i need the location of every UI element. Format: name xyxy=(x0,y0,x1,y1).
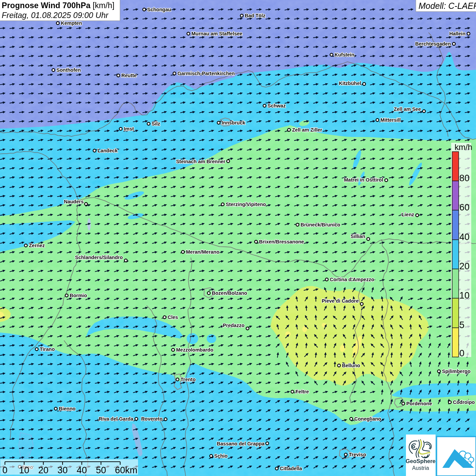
svg-text:0: 0 xyxy=(2,465,7,475)
svg-text:Zell am See: Zell am See xyxy=(394,106,421,112)
svg-text:40: 40 xyxy=(76,465,87,475)
svg-text:Imst: Imst xyxy=(124,126,134,132)
svg-text:Freitag, 01.08.2025 09:00 Uhr: Freitag, 01.08.2025 09:00 Uhr xyxy=(2,11,109,20)
svg-text:Zell am Ziller: Zell am Ziller xyxy=(292,127,322,133)
svg-text:Murnau am Staffelsee: Murnau am Staffelsee xyxy=(191,31,242,36)
svg-text:80: 80 xyxy=(459,173,470,183)
svg-text:Silz: Silz xyxy=(152,121,160,126)
svg-text:Zernez: Zernez xyxy=(29,243,45,248)
svg-text:Pieve di Cadore: Pieve di Cadore xyxy=(322,298,359,304)
svg-text:Brixen/Bressanone: Brixen/Bressanone xyxy=(259,239,304,244)
svg-text:Schwaz: Schwaz xyxy=(268,103,286,108)
svg-text:Kempten: Kempten xyxy=(61,20,82,26)
svg-text:Matrei in Osttirol: Matrei in Osttirol xyxy=(344,177,383,183)
svg-text:Prognose Wind 700hPa [km/h]: Prognose Wind 700hPa [km/h] xyxy=(2,1,114,10)
svg-text:Schongau: Schongau xyxy=(147,7,171,12)
svg-text:Cles: Cles xyxy=(168,314,178,320)
svg-text:30: 30 xyxy=(57,465,68,475)
svg-text:Austria: Austria xyxy=(412,465,429,471)
svg-text:40: 40 xyxy=(459,232,470,242)
svg-text:GeoSphere: GeoSphere xyxy=(406,458,436,464)
svg-text:Landeck: Landeck xyxy=(98,148,118,153)
svg-text:Lienz: Lienz xyxy=(402,212,414,217)
svg-text:Predazzo: Predazzo xyxy=(223,323,244,328)
svg-text:Sonthofen: Sonthofen xyxy=(56,67,81,73)
svg-text:10: 10 xyxy=(19,465,29,475)
svg-text:Bassano del Grappa: Bassano del Grappa xyxy=(217,441,265,446)
svg-text:Innsbruck: Innsbruck xyxy=(222,120,245,125)
svg-text:10: 10 xyxy=(459,290,470,301)
svg-text:5: 5 xyxy=(459,320,464,330)
svg-text:Garmisch-Partenkirchen: Garmisch-Partenkirchen xyxy=(177,71,235,76)
svg-text:20: 20 xyxy=(38,465,48,475)
svg-text:Meran/Merano: Meran/Merano xyxy=(186,249,219,255)
svg-text:Berchtesgaden: Berchtesgaden xyxy=(415,41,451,47)
svg-text:km/h: km/h xyxy=(455,142,472,152)
svg-text:Reutte: Reutte xyxy=(121,73,137,78)
svg-text:Modell: C-LAEF: Modell: C-LAEF xyxy=(419,1,476,11)
svg-text:Schio: Schio xyxy=(214,453,228,459)
svg-text:Treviso: Treviso xyxy=(349,452,366,457)
svg-text:Sillian: Sillian xyxy=(351,234,365,239)
svg-text:Spilimbergo: Spilimbergo xyxy=(442,369,471,374)
svg-text:50: 50 xyxy=(96,465,106,475)
svg-text:Nauders: Nauders xyxy=(64,199,84,204)
svg-text:Conegliano: Conegliano xyxy=(354,416,381,422)
svg-text:Trento: Trento xyxy=(181,377,196,382)
svg-text:Bormio: Bormio xyxy=(70,293,87,298)
svg-text:Cittadella: Cittadella xyxy=(280,466,302,471)
svg-text:Kufstein: Kufstein xyxy=(335,52,354,57)
svg-text:Bozen/Bolzano: Bozen/Bolzano xyxy=(212,290,247,296)
svg-text:Bruneck/Brunico: Bruneck/Brunico xyxy=(301,222,340,227)
svg-text:Tirano: Tirano xyxy=(40,346,55,352)
svg-text:Hallein: Hallein xyxy=(449,31,465,36)
svg-text:Belluno: Belluno xyxy=(342,363,360,368)
svg-text:Kitzbühel: Kitzbühel xyxy=(339,81,361,86)
svg-text:Bienno: Bienno xyxy=(59,406,75,411)
svg-text:Mezzolombardo: Mezzolombardo xyxy=(176,347,214,353)
svg-text:Schlanders/Silandro: Schlanders/Silandro xyxy=(75,255,123,260)
svg-text:Sterzing/Vipiteno: Sterzing/Vipiteno xyxy=(226,202,266,207)
svg-text:Bad Tölz: Bad Tölz xyxy=(245,13,265,18)
svg-text:60: 60 xyxy=(459,202,470,213)
svg-text:Steinach am Brenner: Steinach am Brenner xyxy=(176,159,225,164)
svg-text:Mittersill: Mittersill xyxy=(380,117,401,123)
svg-text:Riva del Garda: Riva del Garda xyxy=(99,416,133,422)
svg-text:0: 0 xyxy=(459,348,464,358)
svg-text:60km: 60km xyxy=(115,465,137,475)
svg-text:Cortina d'Ampezzo: Cortina d'Ampezzo xyxy=(330,277,374,282)
svg-text:Codroipo: Codroipo xyxy=(453,400,475,405)
svg-text:Pordenone: Pordenone xyxy=(406,401,432,406)
svg-text:Feltre: Feltre xyxy=(295,389,309,394)
svg-text:20: 20 xyxy=(459,261,470,271)
svg-text:Rovereto: Rovereto xyxy=(141,416,163,422)
